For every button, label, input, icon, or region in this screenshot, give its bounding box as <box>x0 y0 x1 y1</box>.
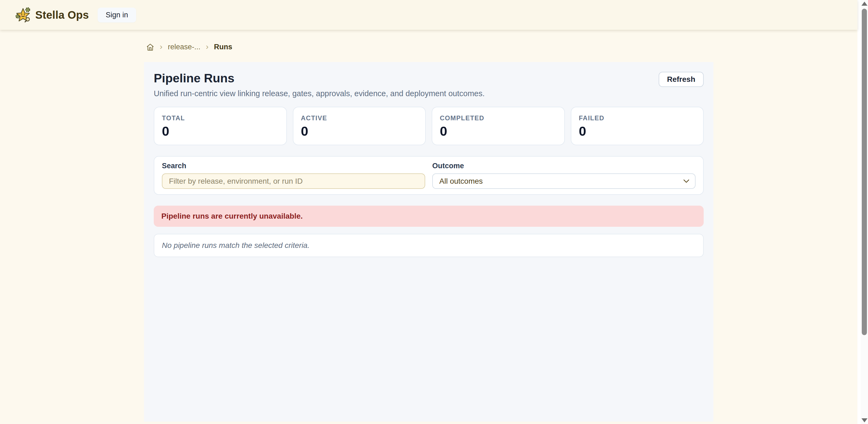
filters-card: Search Outcome All outcomes <box>154 156 704 195</box>
search-input[interactable] <box>162 173 425 189</box>
stats-row: TOTAL 0 ACTIVE 0 COMPLETED 0 FAILED 0 <box>154 107 704 145</box>
star-mascot-icon <box>15 7 31 23</box>
error-banner: Pipeline runs are currently unavailable. <box>154 206 704 227</box>
scrollbar-thumb[interactable] <box>862 9 867 335</box>
vertical-scrollbar[interactable] <box>861 0 868 424</box>
page-title: Pipeline Runs <box>154 71 485 85</box>
stat-card-total: TOTAL 0 <box>154 107 287 145</box>
stat-card-active: ACTIVE 0 <box>293 107 426 145</box>
breadcrumb-separator-icon: › <box>206 42 209 51</box>
refresh-button[interactable]: Refresh <box>659 72 704 87</box>
breadcrumb: › release-... › Runs <box>146 43 713 51</box>
stat-label: FAILED <box>579 114 696 122</box>
pipeline-runs-panel: Pipeline Runs Unified run-centric view l… <box>144 62 713 422</box>
panel-header-text: Pipeline Runs Unified run-centric view l… <box>154 71 485 98</box>
empty-state-message: No pipeline runs match the selected crit… <box>154 234 704 257</box>
outcome-label: Outcome <box>432 162 464 170</box>
breadcrumb-release-link[interactable]: release-... <box>168 43 200 51</box>
top-header: Stella Ops Sign in <box>0 0 858 30</box>
scroll-up-arrow-icon[interactable] <box>862 2 867 6</box>
stat-card-failed: FAILED 0 <box>571 107 704 145</box>
content-column: › release-... › Runs Pipeline Runs Unifi… <box>144 30 713 422</box>
stat-card-completed: COMPLETED 0 <box>432 107 565 145</box>
outcome-select-wrap: All outcomes <box>432 173 695 189</box>
stat-label: COMPLETED <box>440 114 557 122</box>
breadcrumb-separator-icon: › <box>160 42 162 51</box>
panel-header: Pipeline Runs Unified run-centric view l… <box>154 71 704 98</box>
app-brand-title: Stella Ops <box>35 9 89 21</box>
scroll-down-arrow-icon[interactable] <box>862 418 867 422</box>
outcome-field-group: Outcome All outcomes <box>432 161 695 189</box>
stat-value: 0 <box>579 124 696 139</box>
breadcrumb-runs-current: Runs <box>214 43 232 51</box>
stat-value: 0 <box>440 124 557 139</box>
outcome-select[interactable]: All outcomes <box>432 173 695 189</box>
page-subtitle: Unified run-centric view linking release… <box>154 89 485 98</box>
app-root: Stella Ops Sign in › release-... › Runs … <box>0 0 858 424</box>
stat-value: 0 <box>162 124 279 139</box>
stat-label: ACTIVE <box>301 114 418 122</box>
stat-label: TOTAL <box>162 114 279 122</box>
stat-value: 0 <box>301 124 418 139</box>
sign-in-button[interactable]: Sign in <box>98 8 136 23</box>
search-field-group: Search <box>162 161 425 189</box>
home-icon[interactable] <box>146 43 154 51</box>
search-label: Search <box>162 162 186 170</box>
